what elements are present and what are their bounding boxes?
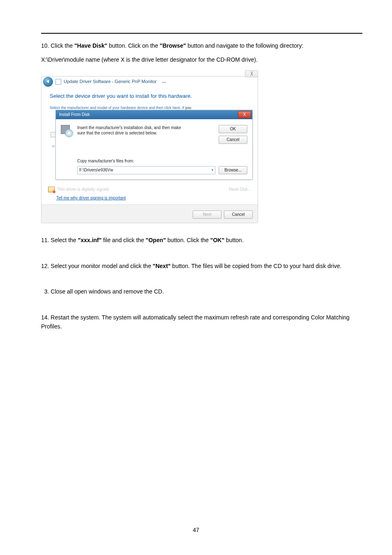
text: Select the manufacturer and model of you… [50, 106, 185, 110]
step-10-path: X:\Driver\module name (where X is the dr… [41, 55, 362, 64]
dialog-body: Insert the manufacturer's installation d… [56, 119, 252, 179]
cd-icon [65, 129, 73, 137]
letter-m-ghost: M [52, 144, 55, 149]
text: 12. Select your monitor model and click … [41, 263, 153, 269]
browse-button[interactable]: Browse... [219, 166, 247, 174]
text: button and navigate to the following dir… [186, 42, 304, 49]
top-horizontal-rule [41, 33, 362, 34]
step-14-text: 14. Restart the system. The system will … [41, 313, 362, 331]
step-11-text: 11. Select the "xxx.inf" file and click … [41, 236, 362, 245]
screenshot-figure: ╳ Update Driver Software - Generic PnP M… [41, 70, 258, 224]
path-value: F:\Drivers\e936Vw [79, 167, 113, 173]
text: you [185, 106, 191, 110]
generic-item-icon [55, 79, 61, 85]
dialog-buttons: OK Cancel [219, 125, 247, 144]
document-page: 10. Click the "Have Disk" button. Click … [0, 0, 392, 555]
text: button. Click the [166, 237, 210, 243]
dialog-message: Insert the manufacturer's installation d… [77, 125, 214, 136]
install-disk-icon [61, 125, 73, 136]
cancel-wizard-button[interactable]: Cancel [224, 210, 253, 219]
text: button. [224, 237, 244, 243]
page-number: 47 [0, 525, 392, 534]
step-10-text: 10. Click the "Have Disk" button. Click … [41, 41, 362, 50]
window-title: Update Driver Software - Generic PnP Mon… [64, 78, 166, 86]
window-content: Select the device driver you want to ins… [42, 87, 258, 183]
line: Insert the manufacturer's installation d… [77, 125, 214, 130]
ok-button[interactable]: OK [219, 125, 247, 133]
text: 11. Select the [41, 237, 78, 243]
dialog-titlebar: Install From Disk X [56, 110, 252, 119]
install-from-disk-dialog: Install From Disk X Insert the manufac [55, 110, 253, 180]
chevron-down-icon[interactable]: ▾ [212, 168, 213, 173]
line: sure that the correct drive is selected … [77, 130, 214, 136]
bold-ok: "OK" [210, 237, 224, 243]
cancel-button[interactable]: Cancel [219, 136, 247, 144]
bold-browse: "Browse" [160, 42, 186, 49]
update-driver-window: Update Driver Software - Generic PnP Mon… [41, 76, 258, 224]
window-close-button[interactable]: ╳ [245, 70, 258, 77]
bold-open: "Open" [146, 237, 166, 243]
path-combobox[interactable]: F:\Drivers\e936Vw ▾ [77, 166, 215, 174]
path-row: F:\Drivers\e936Vw ▾ Browse... [77, 166, 247, 174]
dialog-top-row: Insert the manufacturer's installation d… [61, 125, 247, 144]
text: button. The files will be copied from th… [171, 263, 341, 269]
text: button. Click on the [107, 42, 160, 49]
content-heading: Select the device driver you want to ins… [50, 92, 251, 101]
step-13-text: 3. Close all open windows and remove the… [41, 287, 362, 296]
signed-text: This driver is digitally signed. [57, 186, 110, 193]
copy-from-label: Copy manufacturer's files from: [77, 158, 247, 164]
text: 10. Click the [41, 42, 74, 49]
back-arrow-icon[interactable] [43, 77, 53, 87]
next-button[interactable]: Next [193, 210, 221, 219]
dialog-close-button[interactable]: X [238, 111, 251, 118]
have-disk-ghost-button: Have Disk... [229, 186, 251, 193]
bold-next: "Next" [153, 263, 171, 269]
title-text: Update Driver Software - Generic PnP Mon… [64, 79, 157, 84]
certificate-icon [48, 187, 55, 192]
dialog-title-text: Install From Disk [59, 111, 90, 118]
step-12-text: 12. Select your monitor model and click … [41, 261, 362, 271]
wizard-footer: Next Cancel [42, 204, 258, 223]
signature-row: This driver is digitally signed. Have Di… [42, 183, 258, 193]
faded-title-extra: ▬ [162, 79, 166, 84]
text: file and click the [101, 237, 145, 243]
driver-signing-link[interactable]: Tell me why driver signing is important [56, 195, 126, 201]
bold-have-disk: "Have Disk" [74, 42, 107, 49]
install-from-disk-container: M Install From Disk X [50, 110, 251, 180]
bold-inf: "xxx.inf" [78, 237, 102, 243]
window-header: Update Driver Software - Generic PnP Mon… [42, 76, 258, 87]
faded-background-text [41, 70, 258, 76]
